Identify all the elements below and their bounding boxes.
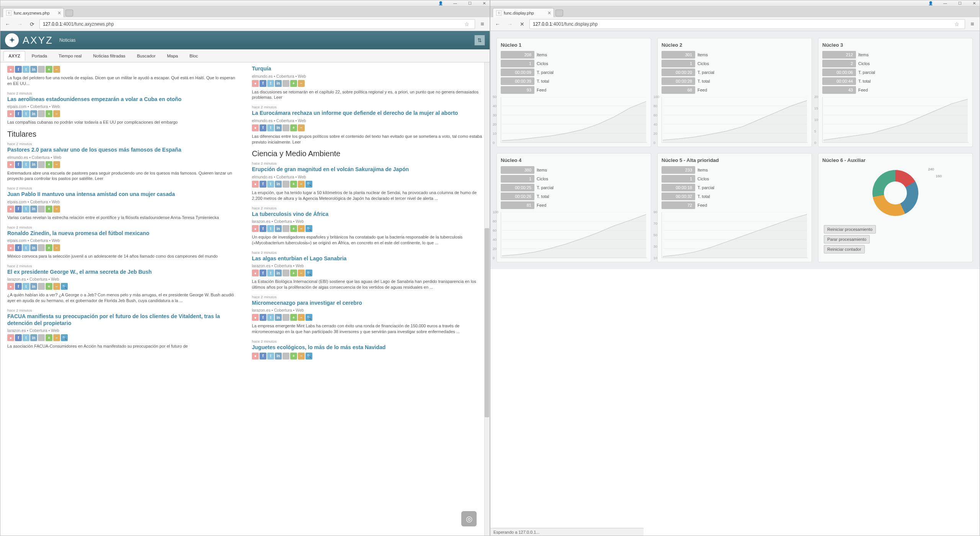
share-icon[interactable]: t [23, 66, 29, 73]
tab-close-icon[interactable]: ✕ [547, 10, 551, 16]
share-icon[interactable]: ● [7, 244, 14, 251]
share-icon[interactable]: + [46, 334, 52, 341]
share-icon[interactable]: ● [252, 314, 259, 321]
control-button[interactable]: Reiniciar contador [824, 245, 865, 253]
share-icon[interactable]: f [15, 66, 22, 73]
share-icon[interactable]: in [275, 80, 282, 87]
share-icon[interactable]: f [15, 206, 22, 212]
share-icon[interactable] [38, 66, 45, 73]
share-icon[interactable]: t [23, 110, 29, 117]
share-icon[interactable]: t [23, 206, 29, 212]
share-icon[interactable]: ● [7, 66, 14, 73]
article-title[interactable]: Turquía [252, 65, 483, 72]
share-icon[interactable]: f [15, 334, 22, 341]
share-icon[interactable] [38, 110, 45, 117]
share-icon[interactable]: in [30, 244, 37, 251]
nav-tab-bloc[interactable]: Bloc [185, 51, 203, 61]
share-icon[interactable]: − [298, 270, 305, 276]
share-icon[interactable]: ● [7, 110, 14, 117]
share-icon[interactable] [38, 161, 45, 168]
share-icon[interactable]: in [30, 161, 37, 168]
share-icon[interactable]: t [23, 244, 29, 251]
bookmark-star-icon[interactable]: ☆ [462, 21, 472, 27]
share-icon[interactable]: − [53, 283, 60, 290]
magnify-icon[interactable]: 🔍 [305, 181, 312, 188]
share-icon[interactable]: ● [7, 334, 14, 341]
user-icon[interactable]: 👤 [437, 1, 444, 6]
share-icon[interactable]: − [53, 66, 60, 73]
share-icon[interactable]: in [30, 283, 37, 290]
share-icon[interactable]: ● [252, 270, 259, 276]
stop-button[interactable]: ✕ [517, 19, 527, 29]
share-icon[interactable]: t [23, 334, 29, 341]
maximize-icon[interactable]: ☐ [466, 1, 474, 6]
share-icon[interactable]: t [267, 314, 274, 321]
share-icon[interactable]: + [290, 314, 297, 321]
magnify-icon[interactable]: 🔍 [61, 334, 68, 341]
share-icon[interactable]: − [53, 206, 60, 212]
browser-tab[interactable]: ⎘ func.axyznews.php ✕ [3, 8, 64, 17]
share-icon[interactable]: ● [252, 225, 259, 232]
share-icon[interactable]: + [46, 283, 52, 290]
share-icon[interactable]: ● [252, 181, 259, 188]
control-button[interactable]: Parar procesamiento [824, 235, 870, 243]
share-icon[interactable]: f [15, 283, 22, 290]
share-icon[interactable]: + [290, 270, 297, 276]
share-icon[interactable]: in [30, 334, 37, 341]
share-icon[interactable] [38, 334, 45, 341]
bookmark-star-icon[interactable]: ☆ [952, 21, 962, 27]
share-icon[interactable]: ● [7, 161, 14, 168]
back-button[interactable]: ← [3, 19, 13, 29]
share-icon[interactable]: + [46, 244, 52, 251]
url-input[interactable]: 127.0.0.1:4001/func.display.php ☆ [529, 19, 965, 29]
nav-tab-noticias-filtradas[interactable]: Noticias filtradas [88, 51, 130, 61]
share-icon[interactable] [283, 124, 289, 131]
share-icon[interactable]: ● [252, 124, 259, 131]
article-title[interactable]: Las aerolíneas estadounidenses empezarán… [7, 96, 238, 103]
share-icon[interactable]: − [298, 80, 305, 87]
share-icon[interactable]: f [260, 124, 266, 131]
article-title[interactable]: Ronaldo Zinedín, la nueva promesa del fú… [7, 230, 238, 237]
share-icon[interactable] [283, 353, 289, 360]
article-title[interactable]: Micromecenazgo para investigar el cerebr… [252, 300, 483, 307]
share-icon[interactable]: in [30, 110, 37, 117]
nav-tab-axyz[interactable]: AXYZ [3, 51, 25, 61]
share-icon[interactable]: − [298, 225, 305, 232]
nav-tab-mapa[interactable]: Mapa [162, 51, 183, 61]
share-icon[interactable]: t [267, 225, 274, 232]
share-icon[interactable] [283, 270, 289, 276]
share-icon[interactable]: ● [7, 283, 14, 290]
share-icon[interactable]: − [53, 161, 60, 168]
minimize-icon[interactable]: — [941, 1, 949, 6]
share-icon[interactable]: + [46, 161, 52, 168]
share-icon[interactable]: in [275, 124, 282, 131]
share-icon[interactable]: t [267, 353, 274, 360]
reload-button[interactable]: ⟳ [27, 19, 37, 29]
tab-close-icon[interactable]: ✕ [57, 10, 61, 16]
share-icon[interactable]: − [298, 353, 305, 360]
user-icon[interactable]: 👤 [927, 1, 934, 6]
article-title[interactable]: La Eurocámara rechaza un informe que def… [252, 110, 483, 117]
article-title[interactable]: Pastores 2.0 para salvar uno de los ques… [7, 147, 238, 154]
share-icon[interactable]: ● [252, 80, 259, 87]
forward-button[interactable]: → [15, 19, 25, 29]
sort-button[interactable]: ⇅ [474, 35, 485, 46]
scrollbar-thumb[interactable] [485, 228, 489, 417]
share-icon[interactable]: + [46, 66, 52, 73]
share-icon[interactable]: + [290, 181, 297, 188]
share-icon[interactable]: + [290, 353, 297, 360]
share-icon[interactable]: ● [252, 353, 259, 360]
magnify-icon[interactable]: 🔍 [305, 270, 312, 276]
article-title[interactable]: Juguetes ecológicos, lo más de lo más es… [252, 344, 483, 351]
article-title[interactable]: Juan Pablo II mantuvo una intensa amista… [7, 191, 238, 198]
share-icon[interactable] [283, 181, 289, 188]
share-icon[interactable]: f [260, 80, 266, 87]
nav-tab-buscador[interactable]: Buscador [132, 51, 161, 61]
share-icon[interactable]: in [30, 66, 37, 73]
share-icon[interactable]: + [290, 124, 297, 131]
share-icon[interactable]: t [23, 283, 29, 290]
settings-fab[interactable]: ◎ [461, 511, 477, 526]
browser-tab[interactable]: ⎘ func.display.php ✕ [493, 8, 554, 17]
nav-tab-tiempo-real[interactable]: Tiempo real [54, 51, 87, 61]
share-icon[interactable]: − [298, 181, 305, 188]
